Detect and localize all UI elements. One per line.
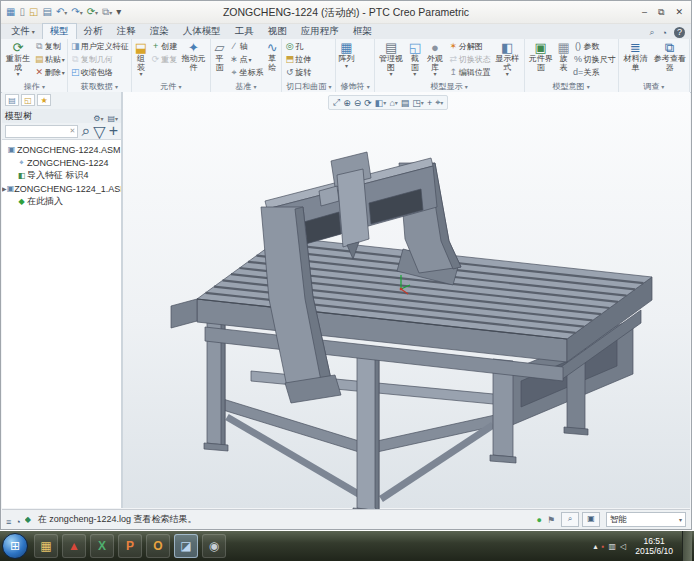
ribbon-button[interactable]: ▣ 元件界面 ▾ [527,40,555,72]
ribbon-button[interactable]: ∿ 草绘 ▾ [265,40,279,72]
qat-button[interactable]: ◱▾ [29,7,38,17]
status-binoculars-icon[interactable]: ⌕ [561,512,579,527]
ribbon-button[interactable]: d= 关系 ▾ [573,66,616,79]
ribbon-button[interactable]: + 创建 ▾ [150,40,177,53]
ribbon-button[interactable]: ⬓ 组装 ▾ [134,40,148,77]
folder-browser-tab-icon[interactable]: ◱ [21,94,35,106]
taskbar-excel-icon[interactable]: X [90,534,114,558]
ribbon-button[interactable]: ⬒ 拉伸 ▾ [284,53,311,66]
taskbar-creo-icon[interactable]: ◪ [174,534,198,558]
taskbar-powerpoint-icon[interactable]: P [118,534,142,558]
model-tree-search-input[interactable]: ✕ [5,125,78,138]
show-desktop-button[interactable] [682,531,692,561]
ribbon-button[interactable]: ✕ 删除 ▾ [34,66,65,79]
ribbon-button[interactable]: ↥ 编辑位置 ▾ [448,66,491,79]
ribbon-button[interactable]: ▦ 阵列 ▾ [338,40,354,69]
creo-window: ▦▾ ▯▾ ◱▾ ▤▾ ↶▾ ↷▾ ⟳▾ ⧉▾ ▾▾ ZONGCHENG-122… [0,0,692,530]
favorites-tab-icon[interactable]: ★ [37,94,51,106]
ribbon-button[interactable]: ◎ 孔 ▾ [284,40,311,53]
ribbon-button[interactable]: ↺ 旋转 ▾ [284,66,311,79]
graphics-viewport[interactable]: ⤢▾ ⊕▾ ⊖▾ ⟳▾ ◧▾ ⌂▾ ▤▾ ◳▾ +▾ ⌖▾ [123,92,690,508]
ribbon-button[interactable]: ⌖ 坐标系 ▾ [228,66,263,79]
browser-toggle-icon[interactable]: ◔ [15,517,20,527]
clipboard-icon[interactable]: ▣ [582,512,600,527]
status-green-dot-icon[interactable]: ● [536,515,541,525]
taskbar-clock[interactable]: 16:51 2015/6/10 [630,536,678,556]
ribbon-tab[interactable]: 人体模型 ▾ [176,24,228,39]
taskbar-ie-icon[interactable]: ◉ [202,534,226,558]
model-tree-item[interactable]: ▶ ▣ ZONGCHENG-1224.ASM [2,143,121,156]
ribbon-group: ≣ 材料清单 ▾ ⧉ 参考查看器 [619,39,690,92]
find-icon[interactable]: ⌕ [650,27,655,38]
ribbon-button[interactable]: ▱ 平面 ▾ [213,40,227,72]
ribbon-tab[interactable]: 工具 ▾ [228,24,261,39]
model-tree-item[interactable]: ▶ ⌖ ZONGCHENG-1224 [2,156,121,169]
model-tree-item[interactable]: ▶ ◧ 导入特征 标识4 [2,169,121,182]
ribbon-button[interactable]: ⟳ 重复 ▾ [150,53,177,66]
expand-icon[interactable]: + [109,122,118,141]
taskbar-adobe-icon[interactable]: ▲ [62,534,86,558]
ribbon-tab[interactable]: 模型 ▾ [42,23,77,39]
qat-button[interactable]: ▾▾ [116,7,121,17]
filter-icon[interactable]: ▽ [93,122,105,141]
tray-volume-icon[interactable]: ◁ [620,542,626,551]
ribbon-button[interactable]: ● 外观库 ▾ [424,40,446,77]
ribbon-button[interactable]: ◨ 用户定义特征 ▾ [70,40,129,53]
ribbon-button[interactable]: ✶ 分解图 ▾ [448,40,491,53]
ribbon-button[interactable]: ▤ 管理视图 ▾ [377,40,406,77]
model-tree-item[interactable]: ▶ ◆ 在此插入 [2,195,121,208]
restore-icon[interactable]: ⧉ [658,7,664,18]
ribbon-button[interactable]: ∕ 轴 ▾ [228,40,263,53]
ribbon-tab[interactable]: 渲染 ▾ [143,24,176,39]
tray-alert-icon[interactable]: ▪ [602,542,605,551]
tree-toggle-icon[interactable]: ≡ [6,517,11,527]
ribbon-button[interactable]: ≣ 材料清单 ▾ [621,40,651,72]
ribbon-button[interactable]: ◧ 显示样式 ▾ [493,40,522,77]
ribbon-button[interactable]: ∗ 点 ▾ [228,53,263,66]
binoculars-icon[interactable]: ⌕ [81,122,90,141]
start-button[interactable]: ⊞ [2,533,28,559]
ribbon-button[interactable]: ⧉ 参考查看器 ▾ [652,40,687,72]
ribbon-tab[interactable]: 注释 ▾ [110,24,143,39]
ribbon-button[interactable]: ◱ 截面 ▾ [408,40,422,77]
hole-icon: ◎ [284,41,295,52]
help-icon[interactable]: ? [674,27,685,38]
ribbon-button[interactable]: ⟳ 重新生成 ▾ [4,40,32,77]
ribbon-button[interactable]: ⧉ 复制 ▾ [34,40,65,53]
ribbon-button[interactable]: () 参数 ▾ [573,40,616,53]
flag-icon[interactable]: ⚑ [547,515,555,525]
ribbon-button[interactable]: ⧉ 复制几何 ▾ [70,53,129,66]
ribbon-button[interactable]: ✦ 拖动元件 ▾ [179,40,208,72]
qat-button[interactable]: ↶▾ [56,7,67,18]
qat-button[interactable]: ▯▾ [19,7,25,17]
minimize-icon[interactable]: – [642,7,647,17]
qat-button[interactable]: ▤▾ [42,7,51,17]
ribbon-button[interactable]: ▦ 族表 ▾ [557,40,571,72]
ribbon-button[interactable]: ◰ 收缩包络 ▾ [70,66,129,79]
clear-search-icon[interactable]: ✕ [70,127,76,135]
ribbon-tab[interactable]: 分析 ▾ [77,24,110,39]
window-controls: –⧉✕ [642,1,683,23]
ribbon-button[interactable]: ▤ 粘贴 ▾ [34,53,65,66]
close-icon[interactable]: ✕ [675,7,683,17]
system-tray: ▴▪▥◁ 16:51 2015/6/10 [594,531,694,561]
tray-network-icon[interactable]: ▥ [608,542,616,551]
qat-button[interactable]: ⧉▾ [102,7,112,18]
ribbon-tab[interactable]: 文件 ▾ [4,24,42,39]
model-tree-tab-icon[interactable]: ▤ [5,94,19,106]
resources-icon[interactable]: ◔ [662,28,667,38]
ribbon-button[interactable]: % 切换尺寸 ▾ [573,53,616,66]
3d-model-cnc-machine[interactable] [123,92,694,509]
taskbar-explorer-icon[interactable]: ▦ [34,534,58,558]
ribbon-tab[interactable]: 视图 ▾ [261,24,294,39]
qat-button[interactable]: ▦▾ [6,7,15,17]
ribbon-button[interactable]: ⇄ 切换状态 ▾ [448,53,491,66]
model-tree-item[interactable]: ▶ ▣ ZONGCHENG-1224_1.ASM [2,182,121,195]
qat-button[interactable]: ⟳▾ [87,7,98,18]
taskbar-outlook-icon[interactable]: O [146,534,170,558]
selection-filter-dropdown[interactable]: 智能 ▾ [606,512,686,527]
ribbon-tab[interactable]: 应用程序 ▾ [294,24,346,39]
tray-up-icon[interactable]: ▴ [594,542,598,551]
ribbon-tab[interactable]: 框架 ▾ [346,24,379,39]
qat-button[interactable]: ↷▾ [71,7,82,18]
